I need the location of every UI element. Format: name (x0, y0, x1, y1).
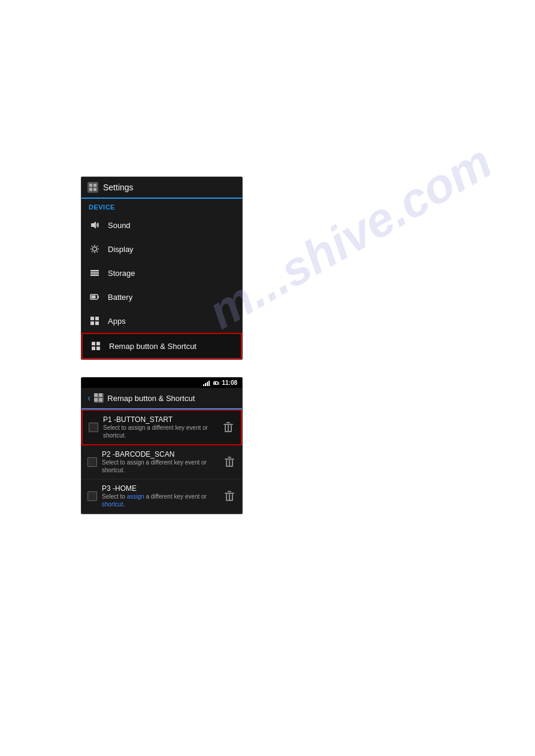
svg-rect-55 (232, 494, 233, 500)
svg-line-13 (97, 246, 98, 247)
svg-rect-22 (90, 321, 94, 325)
svg-rect-37 (94, 398, 98, 402)
svg-rect-31 (208, 381, 210, 386)
display-icon (89, 243, 101, 255)
svg-rect-0 (89, 184, 92, 187)
remap-title-text: Remap button & Shortcut (107, 394, 195, 403)
settings-item-sound[interactable]: Sound (81, 213, 242, 237)
storage-label: Storage (108, 269, 135, 278)
svg-rect-23 (95, 321, 99, 325)
settings-item-storage[interactable]: Storage (81, 261, 242, 285)
p2-delete-icon[interactable] (223, 456, 236, 469)
svg-rect-52 (228, 491, 231, 492)
svg-line-10 (92, 246, 92, 247)
p2-content: P2 -BARCODE_SCAN Select to assign a diff… (102, 450, 218, 474)
p1-content: P1 -BUTTON_START Select to assign a diff… (103, 415, 217, 439)
svg-rect-2 (89, 188, 92, 191)
svg-rect-28 (203, 384, 204, 386)
svg-rect-36 (99, 393, 102, 397)
svg-rect-34 (214, 382, 217, 384)
svg-rect-40 (226, 422, 230, 423)
svg-rect-54 (229, 494, 230, 500)
svg-rect-50 (226, 466, 233, 467)
settings-screenshot: Settings DEVICE Sound (81, 177, 243, 360)
svg-rect-46 (228, 457, 231, 458)
svg-rect-14 (90, 270, 99, 272)
svg-rect-39 (223, 424, 233, 425)
svg-rect-15 (90, 272, 99, 274)
svg-rect-48 (229, 460, 230, 466)
svg-rect-49 (232, 460, 233, 466)
settings-titlebar: Settings (81, 177, 242, 199)
device-section-header: DEVICE (81, 199, 242, 213)
svg-rect-3 (93, 188, 96, 191)
svg-rect-29 (205, 383, 206, 386)
battery-icon (89, 291, 101, 303)
svg-rect-53 (226, 494, 227, 500)
svg-rect-35 (94, 393, 98, 397)
remap-icon (90, 340, 102, 352)
remap-label: Remap button & Shortcut (109, 342, 197, 351)
settings-item-display[interactable]: Display (81, 237, 242, 261)
svg-rect-18 (98, 296, 99, 298)
p2-checkbox[interactable] (87, 457, 97, 467)
storage-icon (89, 267, 101, 279)
svg-rect-16 (90, 275, 99, 277)
p1-delete-icon[interactable] (222, 421, 235, 434)
svg-rect-27 (96, 347, 100, 350)
status-icons (203, 380, 219, 386)
p3-checkbox[interactable] (87, 491, 97, 501)
back-icon[interactable]: ‹ (87, 393, 90, 403)
svg-rect-21 (95, 317, 99, 320)
settings-item-battery[interactable]: Battery (81, 285, 242, 309)
sound-icon (89, 219, 101, 231)
svg-rect-26 (92, 347, 95, 350)
apps-label: Apps (108, 317, 126, 326)
svg-rect-42 (228, 425, 229, 432)
sound-label: Sound (108, 221, 131, 230)
svg-rect-1 (93, 184, 96, 187)
svg-rect-44 (225, 431, 232, 432)
svg-line-12 (92, 251, 92, 252)
svg-rect-51 (225, 493, 234, 494)
svg-rect-41 (225, 425, 226, 432)
svg-line-11 (97, 251, 98, 252)
p1-checkbox[interactable] (89, 423, 98, 432)
display-label: Display (108, 245, 134, 254)
p2-title: P2 -BARCODE_SCAN (102, 450, 218, 459)
svg-rect-47 (226, 460, 227, 466)
remap-item-p2[interactable]: P2 -BARCODE_SCAN Select to assign a diff… (81, 445, 242, 479)
watermark: m...shive.com (199, 134, 501, 340)
p2-subtitle: Select to assign a different key event o… (102, 459, 218, 474)
svg-point-5 (93, 247, 97, 251)
remap-item-p1[interactable]: P1 -BUTTON_START Select to assign a diff… (81, 409, 242, 445)
svg-rect-33 (218, 382, 219, 384)
remap-titlebar: ‹ Remap button & Shortcut (81, 388, 242, 409)
svg-rect-25 (96, 342, 100, 345)
p3-delete-icon[interactable] (223, 490, 236, 503)
p3-title: P3 -HOME (102, 484, 218, 493)
remap-title-icon (94, 393, 104, 403)
status-time: 11:08 (222, 379, 237, 386)
p1-subtitle: Select to assign a different key event o… (103, 424, 217, 439)
settings-item-apps[interactable]: Apps (81, 309, 242, 333)
svg-rect-38 (99, 398, 102, 402)
svg-rect-45 (225, 459, 234, 460)
settings-title-text: Settings (103, 183, 134, 192)
svg-rect-30 (207, 382, 208, 386)
remap-statusbar: 11:08 (81, 378, 242, 388)
svg-rect-20 (90, 317, 94, 320)
page-container: m...shive.com Settings DEVICE (0, 0, 535, 756)
svg-rect-56 (226, 500, 233, 501)
svg-rect-19 (92, 296, 96, 299)
remap-item-p3[interactable]: P3 -HOME Select to assign a different ke… (81, 479, 242, 514)
settings-item-remap[interactable]: Remap button & Shortcut (81, 333, 242, 359)
apps-icon (89, 315, 101, 327)
battery-label: Battery (108, 293, 132, 302)
svg-rect-24 (92, 342, 95, 345)
p3-content: P3 -HOME Select to assign a different ke… (102, 484, 218, 508)
svg-marker-4 (91, 221, 96, 229)
remap-screenshot: 11:08 ‹ Remap button & Shortcut P1 -BUTT… (81, 377, 243, 514)
settings-title-icon (87, 182, 98, 193)
p3-subtitle: Select to assign a different key event o… (102, 493, 218, 508)
